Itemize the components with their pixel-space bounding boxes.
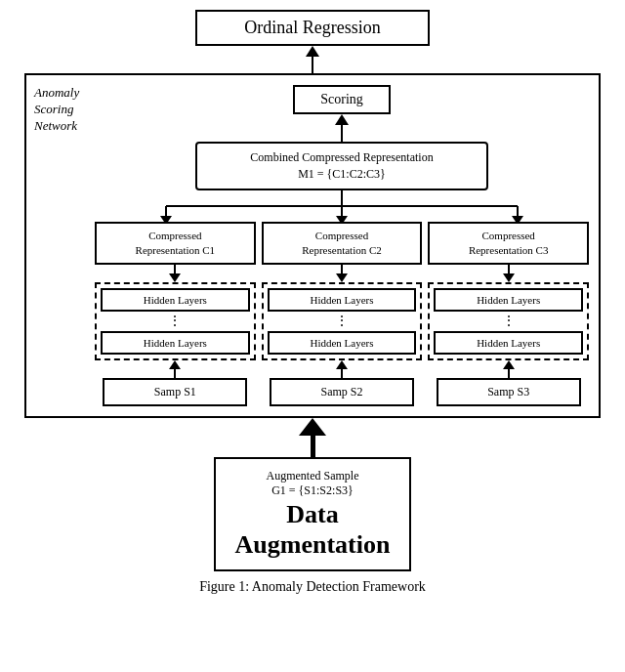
arrow-combined-to-scoring bbox=[335, 114, 349, 142]
big-arrow-line bbox=[311, 436, 315, 457]
big-arrow-augmented-to-network bbox=[299, 418, 326, 457]
arrow-samp3-to-hidden bbox=[503, 360, 515, 378]
three-columns: CompressedRepresentation C1 Hidden Layer… bbox=[95, 222, 589, 406]
diagram-container: Ordinal Regression AnomalyScoringNetwork… bbox=[15, 10, 610, 595]
compressed-box-c2: CompressedRepresentation C2 bbox=[262, 222, 423, 265]
compressed-c3-text: CompressedRepresentation C3 bbox=[469, 229, 549, 257]
scoring-label: Scoring bbox=[320, 92, 363, 106]
arrow-line bbox=[174, 369, 176, 378]
combined-line1: Combined Compressed Representation bbox=[250, 150, 433, 164]
samp-box-s2: Samp S2 bbox=[270, 378, 414, 406]
augmented-title: Data Augmentation bbox=[235, 499, 391, 560]
arrow-line bbox=[508, 265, 510, 273]
arrow-network-to-ordinal bbox=[306, 46, 319, 73]
hidden-layer-bottom-c3: Hidden Layers bbox=[434, 331, 583, 355]
dashed-box-c2: Hidden Layers ⋮ Hidden Layers bbox=[262, 282, 423, 360]
arrow-head bbox=[169, 360, 181, 369]
augmented-sample-box: Augmented Sample G1 = {S1:S2:S3} Data Au… bbox=[214, 457, 412, 572]
arrow-line bbox=[341, 369, 343, 378]
arrow-line bbox=[174, 265, 176, 273]
ordinal-regression-label: Ordinal Regression bbox=[244, 18, 380, 37]
column-1: CompressedRepresentation C1 Hidden Layer… bbox=[95, 222, 256, 406]
arrow-head bbox=[503, 360, 515, 369]
network-label: AnomalyScoringNetwork bbox=[34, 85, 79, 135]
compressed-box-c3: CompressedRepresentation C3 bbox=[428, 222, 589, 265]
dashed-box-c1: Hidden Layers ⋮ Hidden Layers bbox=[95, 282, 256, 360]
anomaly-network-box: AnomalyScoringNetwork Scoring Combined C… bbox=[24, 73, 601, 418]
arrow-line bbox=[341, 125, 343, 142]
scoring-box: Scoring bbox=[293, 85, 391, 114]
dots-c3: ⋮ bbox=[502, 315, 516, 328]
arrow-head bbox=[336, 273, 348, 282]
arrow-line bbox=[508, 369, 510, 378]
diverge-arrows-svg bbox=[103, 190, 581, 222]
figure-caption: Figure 1: Anomaly Detection Framework bbox=[199, 579, 426, 595]
arrow-head bbox=[335, 114, 349, 125]
column-2: CompressedRepresentation C2 Hidden Layer… bbox=[262, 222, 423, 406]
hidden-layer-top-c1: Hidden Layers bbox=[101, 288, 250, 312]
arrow-head bbox=[336, 360, 348, 369]
hidden-layer-top-c3: Hidden Layers bbox=[434, 288, 583, 312]
arrow-line bbox=[312, 57, 313, 73]
arrow-head bbox=[169, 273, 181, 282]
arrow-samp1-to-hidden bbox=[169, 360, 181, 378]
compressed-box-c1: CompressedRepresentation C1 bbox=[95, 222, 256, 265]
augmented-label-line1: Augmented Sample G1 = {S1:S2:S3} bbox=[235, 469, 391, 499]
hidden-layer-bottom-c1: Hidden Layers bbox=[101, 331, 250, 355]
arrow-c3-to-hidden bbox=[503, 265, 515, 282]
samp-box-s1: Samp S1 bbox=[103, 378, 247, 406]
compressed-c1-text: CompressedRepresentation C1 bbox=[136, 229, 216, 257]
hidden-layer-top-c2: Hidden Layers bbox=[268, 288, 417, 312]
big-arrow-head bbox=[299, 418, 326, 436]
compressed-c2-text: CompressedRepresentation C2 bbox=[302, 229, 382, 257]
combined-line2: M1 = {C1:C2:C3} bbox=[298, 167, 386, 181]
arrow-samp2-to-hidden bbox=[336, 360, 348, 378]
network-inner: Scoring Combined Compressed Representati… bbox=[95, 85, 589, 406]
combined-compressed-box: Combined Compressed Representation M1 = … bbox=[195, 142, 488, 190]
arrow-head bbox=[306, 46, 319, 57]
hidden-layer-bottom-c2: Hidden Layers bbox=[268, 331, 417, 355]
dots-c2: ⋮ bbox=[335, 315, 349, 328]
ordinal-regression-box: Ordinal Regression bbox=[195, 10, 430, 46]
samp-box-s3: Samp S3 bbox=[437, 378, 581, 406]
dots-c1: ⋮ bbox=[168, 315, 182, 328]
arrow-head bbox=[503, 273, 515, 282]
arrow-c2-to-hidden bbox=[336, 265, 348, 282]
dashed-box-c3: Hidden Layers ⋮ Hidden Layers bbox=[428, 282, 589, 360]
column-3: CompressedRepresentation C3 Hidden Layer… bbox=[428, 222, 589, 406]
arrow-c1-to-hidden bbox=[169, 265, 181, 282]
arrow-line bbox=[341, 265, 343, 273]
